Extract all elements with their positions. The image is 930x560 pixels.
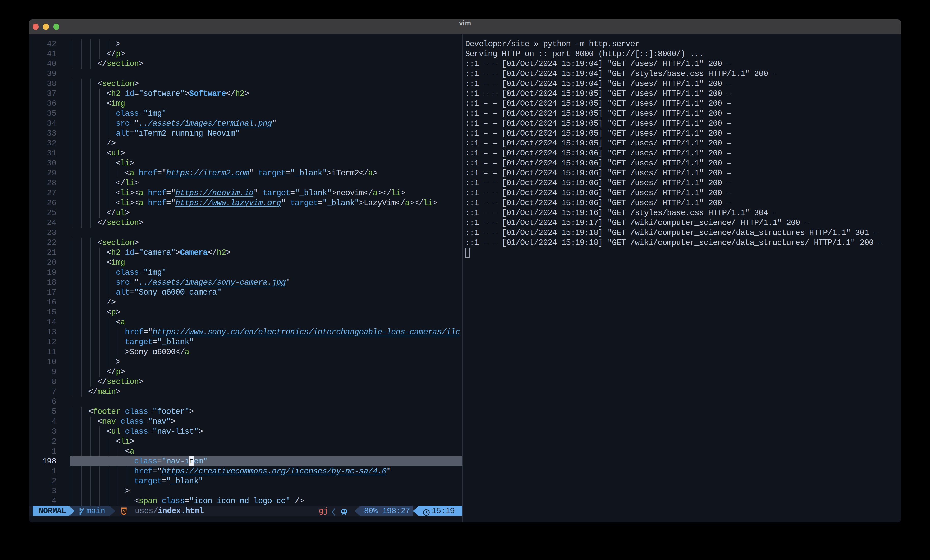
svg-text:5: 5	[123, 509, 125, 513]
